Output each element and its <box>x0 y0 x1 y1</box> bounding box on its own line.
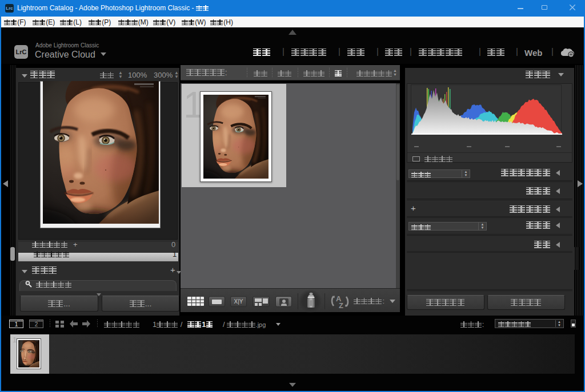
svg-text:Z: Z <box>339 301 343 309</box>
